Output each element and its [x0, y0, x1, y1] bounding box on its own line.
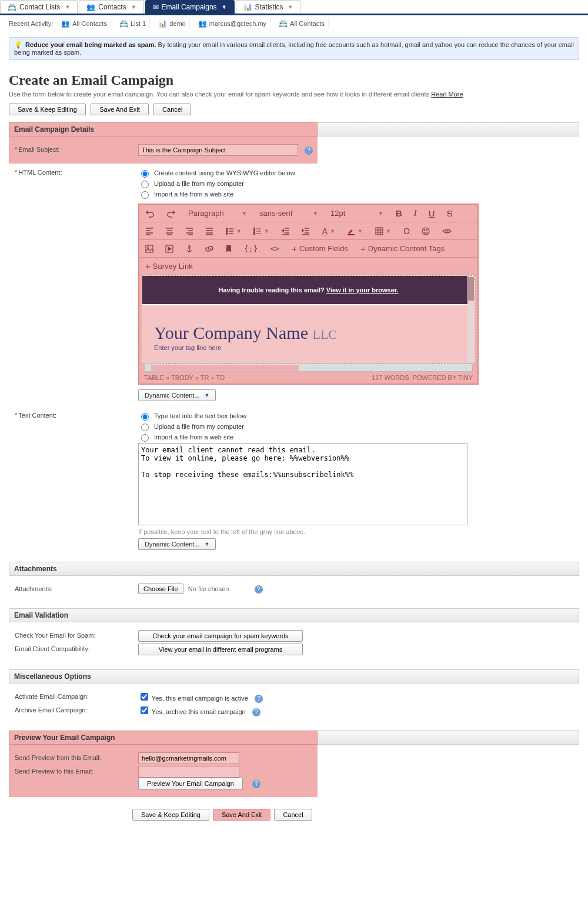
- bg-color-icon[interactable]: ▼: [341, 222, 369, 239]
- bulb-icon: [14, 41, 25, 48]
- outdent-icon[interactable]: [276, 222, 296, 239]
- attachments-label: Attachments:: [9, 584, 138, 594]
- tab-contacts[interactable]: Contacts▼: [79, 0, 143, 14]
- recent-item[interactable]: All Contacts: [275, 18, 329, 29]
- underline-icon[interactable]: U: [423, 205, 441, 222]
- format-select[interactable]: Paragraph▼: [182, 205, 253, 222]
- italic-icon[interactable]: I: [408, 205, 423, 222]
- dynamic-content-button[interactable]: Dynamic Content...▼: [138, 389, 216, 401]
- dynamic-tags-button[interactable]: +Dynamic Content Tags: [355, 240, 450, 257]
- vertical-scrollbar[interactable]: [467, 276, 475, 363]
- html-opt-upload[interactable]: [141, 181, 149, 188]
- preview-from-input[interactable]: [138, 752, 239, 764]
- bold-icon[interactable]: B: [390, 205, 408, 222]
- svg-point-2: [226, 232, 228, 234]
- strike-icon[interactable]: S: [441, 205, 459, 222]
- custom-fields-button[interactable]: +Custom Fields: [286, 240, 354, 257]
- image-icon[interactable]: [139, 240, 159, 257]
- code-block-icon[interactable]: {;}: [238, 240, 263, 257]
- text-opt-upload[interactable]: [141, 424, 149, 431]
- wysiwyg-editor: Paragraph▼ sans-serif▼ 12pt▼ B I U S ▼ 1…: [138, 204, 479, 385]
- horizontal-scrollbar[interactable]: [144, 364, 473, 372]
- compat-label: Email Client Compatibility:: [9, 644, 138, 655]
- svg-point-0: [226, 228, 228, 229]
- help-icon[interactable]: ?: [305, 146, 313, 155]
- help-icon[interactable]: ?: [252, 780, 260, 788]
- spam-check-button[interactable]: Check your email campaign for spam keywo…: [138, 630, 303, 642]
- source-code-icon[interactable]: <>: [264, 240, 285, 257]
- details-header: Email Campaign Details: [9, 122, 318, 136]
- recent-item[interactable]: demo: [155, 18, 190, 29]
- no-file-text: No file chosen: [188, 585, 229, 592]
- save-keep-button-bottom[interactable]: Save & Keep Editing: [132, 809, 209, 821]
- archive-label: Archive Email Campaign:: [9, 705, 138, 716]
- indent-icon[interactable]: [296, 222, 316, 239]
- text-content-input[interactable]: [138, 443, 467, 525]
- help-icon[interactable]: ?: [255, 695, 263, 703]
- archive-checkbox[interactable]: [141, 706, 148, 714]
- users-icon: [198, 19, 207, 28]
- html-opt-import[interactable]: [141, 191, 149, 199]
- bookmark-icon[interactable]: [219, 240, 238, 257]
- preview-header: Preview Your Email Campaign: [9, 731, 318, 745]
- video-icon[interactable]: [159, 240, 179, 257]
- text-content-label: *Text Content:: [9, 410, 138, 550]
- tip-banner: Reduce your email being marked as spam. …: [9, 37, 579, 60]
- undo-icon[interactable]: [139, 205, 161, 222]
- html-opt-editor[interactable]: [141, 170, 149, 178]
- recent-item[interactable]: List 1: [116, 18, 150, 29]
- align-left-icon[interactable]: [139, 222, 159, 239]
- svg-point-13: [148, 246, 149, 248]
- text-note: If possible, keep your text to the left …: [138, 528, 579, 535]
- help-icon[interactable]: ?: [255, 585, 263, 594]
- preview-icon[interactable]: [436, 222, 457, 239]
- align-justify-icon[interactable]: [199, 222, 219, 239]
- number-list-icon[interactable]: 123▼: [248, 222, 275, 239]
- save-exit-button-bottom[interactable]: Save And Exit: [213, 809, 271, 821]
- save-exit-button[interactable]: Save And Exit: [91, 104, 149, 115]
- anchor-icon[interactable]: [179, 240, 199, 257]
- chevron-down-icon: ▼: [65, 4, 70, 10]
- compat-button[interactable]: View your email in different email progr…: [138, 644, 303, 655]
- contact-lists-icon: [8, 3, 16, 11]
- recent-item[interactable]: All Contacts: [58, 18, 111, 29]
- email-header: Having trouble reading this email? View …: [142, 276, 475, 305]
- mail-icon: [153, 3, 159, 11]
- help-icon[interactable]: ?: [252, 708, 260, 716]
- contacts-icon: [86, 3, 95, 11]
- dynamic-content-button-2[interactable]: Dynamic Content...▼: [138, 538, 216, 550]
- misc-header: Miscellaneous Options: [9, 669, 579, 684]
- read-more-link[interactable]: Read More: [431, 91, 463, 98]
- recent-item[interactable]: marcus@gctech.my: [195, 18, 270, 29]
- element-path[interactable]: TABLE » TBODY » TR » TD: [144, 374, 225, 381]
- preview-button[interactable]: Preview Your Email Campaign: [138, 778, 243, 789]
- view-browser-link[interactable]: View it in your browser.: [326, 286, 399, 294]
- cancel-button[interactable]: Cancel: [153, 104, 191, 115]
- text-opt-import[interactable]: [141, 434, 149, 442]
- link-icon[interactable]: [199, 240, 219, 257]
- preview-from-label: Send Preview from this Email:: [9, 752, 138, 764]
- redo-icon[interactable]: [161, 205, 182, 222]
- size-select[interactable]: 12pt▼: [325, 205, 390, 222]
- tab-contact-lists[interactable]: Contact Lists▼: [0, 0, 78, 14]
- text-opt-type[interactable]: [141, 413, 149, 421]
- save-keep-button[interactable]: Save & Keep Editing: [9, 104, 86, 115]
- text-color-icon[interactable]: A▼: [316, 222, 341, 239]
- font-select[interactable]: sans-serif▼: [253, 205, 325, 222]
- choose-file-button[interactable]: Choose File: [138, 584, 183, 594]
- subject-input[interactable]: [138, 144, 298, 156]
- align-center-icon[interactable]: [159, 222, 179, 239]
- align-right-icon[interactable]: [179, 222, 199, 239]
- emoji-icon[interactable]: [416, 222, 436, 239]
- editor-canvas[interactable]: Having trouble reading this email? View …: [142, 275, 475, 364]
- cancel-button-bottom[interactable]: Cancel: [274, 809, 312, 821]
- svg-text:3: 3: [253, 232, 255, 235]
- table-icon[interactable]: ▼: [369, 222, 397, 239]
- bullet-list-icon[interactable]: ▼: [220, 222, 248, 239]
- survey-link-button[interactable]: +Survey Link: [139, 258, 199, 275]
- tab-statistics[interactable]: Statistics▼: [236, 0, 301, 14]
- special-char-icon[interactable]: Ω: [397, 222, 416, 239]
- activate-checkbox[interactable]: [141, 693, 148, 701]
- tab-email-campaigns[interactable]: Email Campaigns▼: [145, 0, 235, 14]
- preview-to-input[interactable]: [138, 766, 239, 778]
